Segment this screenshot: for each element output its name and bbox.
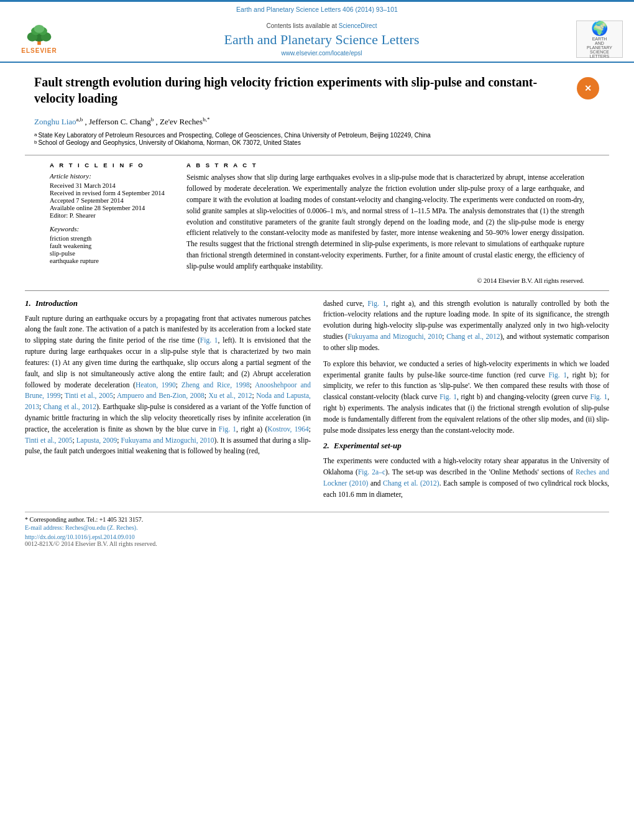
footnote-area: * Corresponding author. Tel.: +1 405 321… [25, 512, 609, 531]
setup-title-text: Experimental set-up [334, 441, 402, 450]
intro-para2: To explore this behavior, we conducted a… [323, 359, 609, 436]
article-info-abstract: A R T I C L E I N F O Article history: R… [25, 155, 609, 290]
and-text: and [370, 479, 381, 487]
setup-para1: The experiments were conducted with a hi… [323, 456, 609, 500]
abstract-col: A B S T R A C T Seismic analyses show th… [186, 162, 584, 284]
setup-title: 2. Experimental set-up [323, 441, 609, 451]
journal-header: ELSEVIER Contents lists available at Sci… [0, 16, 634, 63]
keyword-3: slip-pulse [50, 250, 174, 257]
accepted-date: Accepted 7 September 2014 [50, 197, 174, 204]
article-info-col: A R T I C L E I N F O Article history: R… [50, 162, 174, 284]
journal-globe-logo: 🌍 EARTHANDPLANETARYSCIENCELETTERS [576, 21, 623, 58]
fukuyama2-link[interactable]: Fukuyama and Mizoguchi, 2010 [347, 333, 442, 340]
available-date: Available online 28 September 2014 [50, 205, 174, 211]
crossmark-badge: ✕ [576, 76, 600, 103]
intro-para1: Fault rupture during an earthquake occur… [25, 313, 311, 458]
body-section: 1. Introduction Fault rupture during an … [0, 291, 634, 512]
email-address[interactable]: E-mail address: Reches@ou.edu (Z. Reches… [25, 524, 609, 531]
kostrov-link[interactable]: Kostrov, 1964 [267, 425, 308, 433]
article-info-heading: A R T I C L E I N F O [50, 162, 174, 168]
ampuero-link[interactable]: Ampuero and Ben-Zion, 2008 [117, 392, 204, 399]
editor-info: Editor: P. Shearer [50, 212, 174, 219]
doi-area: http://dx.doi.org/10.1016/j.epsl.2014.09… [0, 531, 634, 551]
tinti-link[interactable]: Tinti et al., 2005 [65, 392, 113, 399]
affil-b-sup: b [34, 139, 37, 145]
article-title: Fault strength evolution during high vel… [34, 74, 567, 106]
issn-copyright: 0012-821X/© 2014 Elsevier B.V. All right… [25, 540, 609, 547]
chang-link[interactable]: Chang et al., 2012 [44, 403, 97, 410]
fig1-righta2-link[interactable]: Fig. 1 [368, 300, 387, 307]
fig1-rightb-link[interactable]: Fig. 1 [548, 371, 567, 379]
affiliation-b: b School of Geology and Geophysics, Univ… [34, 139, 600, 146]
intro-para1-cont: dashed curve, Fig. 1, right a), and this… [323, 298, 609, 354]
author1[interactable]: Zonghu Liao [34, 117, 76, 126]
affiliations-section: a State Key Laboratory of Petroleum Reso… [0, 129, 634, 152]
journal-citation: Earth and Planetary Science Letters 406 … [236, 6, 398, 13]
chang2-link[interactable]: Chang et al., 2012 [446, 333, 500, 340]
authors-section: Zonghu Liaoa,b , Jefferson C. Changb , Z… [0, 113, 634, 129]
author1-sup: a,b [76, 116, 83, 122]
elsevier-label: ELSEVIER [21, 47, 57, 54]
body-left-col: 1. Introduction Fault rupture during an … [25, 298, 311, 505]
logo-text: EARTHANDPLANETARYSCIENCELETTERS [587, 37, 612, 58]
corresponding-author: * Corresponding author. Tel.: +1 405 321… [25, 516, 609, 523]
sciencedirect-link[interactable]: ScienceDirect [339, 22, 377, 29]
abstract-text: Seismic analyses show that slip during l… [186, 172, 584, 272]
body-right-col: dashed curve, Fig. 1, right a), and this… [323, 298, 609, 505]
fig1-rightb3-link[interactable]: Fig. 1 [590, 393, 607, 400]
heaton-link[interactable]: Heaton, 1990 [136, 381, 176, 389]
affil-b-text: School of Geology and Geophysics, Univer… [38, 139, 300, 146]
journal-citation-bar: Earth and Planetary Science Letters 406 … [0, 0, 634, 16]
page: Earth and Planetary Science Letters 406 … [0, 0, 634, 840]
journal-title: Earth and Planetary Science Letters [80, 32, 564, 48]
fig2-link[interactable]: Fig. 2a–c [358, 468, 385, 476]
affil-a-sup: a [34, 132, 37, 137]
copyright-line: © 2014 Elsevier B.V. All rights reserved… [186, 277, 584, 284]
journal-center: Contents lists available at ScienceDirec… [67, 22, 576, 57]
fig1-righta-link[interactable]: Fig. 1 [219, 425, 236, 433]
globe-icon: 🌍 [591, 21, 608, 37]
author2: , Jefferson C. Chang [85, 117, 151, 126]
article-history-label: Article history: [50, 172, 174, 180]
article-title-section: Fault strength evolution during high vel… [0, 63, 634, 113]
intro-title-text: Introduction [35, 298, 78, 308]
tinti2-link[interactable]: Tinti et al., 2005 [25, 436, 73, 444]
author3-sup: b,* [203, 116, 209, 122]
journal-url[interactable]: www.elsevier.com/locate/epsl [80, 50, 564, 57]
elsevier-logo: ELSEVIER [11, 22, 67, 57]
svg-point-6 [34, 25, 45, 33]
received-date: Received 31 March 2014 [50, 182, 174, 189]
xu-link[interactable]: Xu et al., 2012 [208, 392, 252, 399]
svg-text:✕: ✕ [584, 83, 592, 93]
revised-date: Received in revised form 4 September 201… [50, 190, 174, 196]
author2-sup: b [151, 116, 154, 122]
fig1-rightb2-link[interactable]: Fig. 1 [439, 393, 457, 400]
contents-available: Contents lists available at ScienceDirec… [80, 22, 564, 29]
crossmark-icon: ✕ [576, 76, 600, 100]
lapusta-link[interactable]: Lapusta, 2009 [76, 436, 117, 444]
keyword-1: friction strength [50, 235, 174, 242]
chang3-link[interactable]: Chang et al. (2012) [383, 479, 439, 487]
doi-link[interactable]: http://dx.doi.org/10.1016/j.epsl.2014.09… [25, 533, 609, 540]
keywords-label: Keywords: [50, 225, 174, 233]
intro-title: 1. Introduction [25, 298, 311, 308]
fukuyama-link[interactable]: Fukuyama and Mizoguchi, 2010 [121, 436, 214, 444]
keyword-2: fault weakening [50, 242, 174, 249]
zheng-link[interactable]: Zheng and Rice, 1998 [181, 381, 250, 389]
elsevier-tree-icon [21, 24, 58, 46]
affil-a-text: State Key Laboratory of Petroleum Resour… [38, 132, 430, 139]
affiliation-a: a State Key Laboratory of Petroleum Reso… [34, 132, 600, 139]
author3: , Ze'ev Reches [156, 117, 203, 126]
abstract-heading: A B S T R A C T [186, 162, 584, 168]
keyword-4: earthquake rupture [50, 257, 174, 264]
fig1-left-link[interactable]: Fig. 1 [200, 336, 218, 344]
